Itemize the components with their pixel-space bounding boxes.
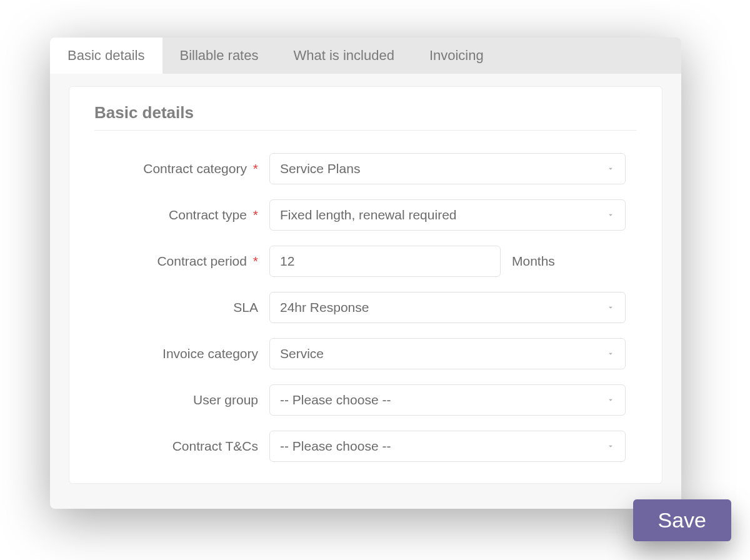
row-invoice-category: Invoice category Service (94, 338, 637, 369)
label-text: Invoice category (162, 346, 258, 361)
label-text: Contract category (143, 161, 247, 176)
period-suffix: Months (512, 254, 555, 269)
chevron-down-icon (606, 164, 615, 173)
select-user-group[interactable]: -- Please choose -- (269, 384, 626, 416)
tab-invoicing[interactable]: Invoicing (412, 38, 501, 74)
label-user-group: User group (94, 392, 269, 408)
save-button[interactable]: Save (633, 499, 732, 541)
tab-what-is-included[interactable]: What is included (276, 38, 411, 74)
tab-bar: Basic details Billable rates What is inc… (50, 38, 681, 74)
label-contract-type: Contract type * (94, 208, 269, 222)
select-contract-tcs[interactable]: -- Please choose -- (269, 431, 626, 462)
tab-billable-rates[interactable]: Billable rates (162, 38, 276, 74)
chevron-down-icon (606, 303, 615, 312)
select-value: Fixed length, renewal required (280, 208, 457, 222)
required-marker: * (253, 208, 258, 222)
chevron-down-icon (606, 211, 615, 219)
row-contract-tcs: Contract T&Cs -- Please choose -- (94, 431, 637, 462)
chevron-down-icon (606, 396, 615, 404)
select-contract-category[interactable]: Service Plans (269, 153, 626, 184)
row-sla: SLA 24hr Response (94, 292, 637, 323)
required-marker: * (253, 161, 258, 176)
row-user-group: User group -- Please choose -- (94, 384, 637, 416)
select-contract-type[interactable]: Fixed length, renewal required (269, 199, 626, 231)
input-contract-period[interactable] (269, 246, 501, 277)
select-value: Service (280, 346, 324, 361)
select-invoice-category[interactable]: Service (269, 338, 626, 369)
settings-panel: Basic details Billable rates What is inc… (50, 38, 681, 509)
select-value: 24hr Response (280, 300, 369, 315)
label-invoice-category: Invoice category (94, 346, 269, 361)
label-sla: SLA (94, 300, 269, 315)
select-sla[interactable]: 24hr Response (269, 292, 626, 323)
panel-body: Basic details Contract category * Servic… (50, 74, 681, 509)
divider (94, 130, 637, 131)
row-contract-type: Contract type * Fixed length, renewal re… (94, 199, 637, 231)
row-contract-period: Contract period * Months (94, 246, 637, 277)
label-text: Contract period (157, 254, 247, 268)
label-text: SLA (233, 300, 258, 314)
basic-details-card: Basic details Contract category * Servic… (69, 86, 662, 484)
label-contract-category: Contract category * (94, 161, 269, 176)
required-marker: * (253, 254, 258, 268)
chevron-down-icon (606, 442, 615, 451)
section-title: Basic details (94, 103, 637, 122)
label-text: Contract T&Cs (172, 439, 258, 453)
chevron-down-icon (606, 349, 615, 358)
label-contract-period: Contract period * (94, 254, 269, 269)
label-contract-tcs: Contract T&Cs (94, 439, 269, 454)
label-text: User group (193, 392, 258, 407)
select-value: -- Please choose -- (280, 439, 391, 454)
select-value: -- Please choose -- (280, 392, 391, 408)
tab-basic-details[interactable]: Basic details (50, 38, 162, 74)
row-contract-category: Contract category * Service Plans (94, 153, 637, 184)
label-text: Contract type (169, 208, 247, 222)
select-value: Service Plans (280, 161, 360, 176)
